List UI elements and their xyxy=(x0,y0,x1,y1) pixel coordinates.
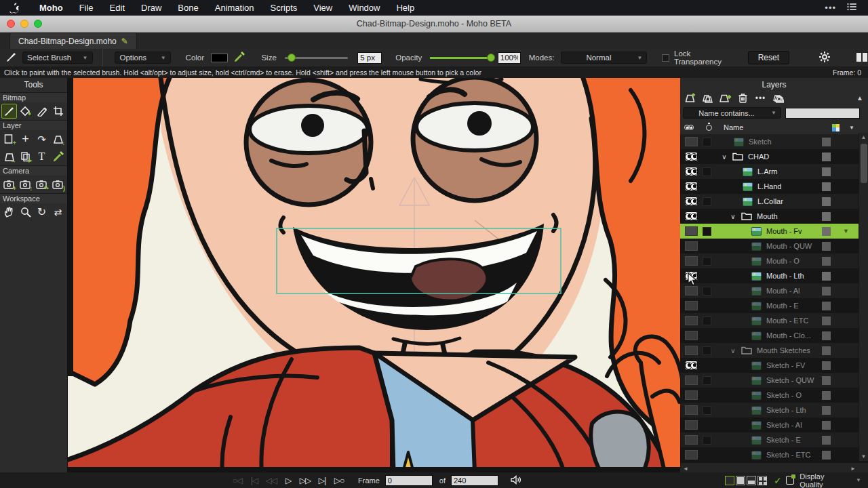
menu-file[interactable]: File xyxy=(71,3,102,13)
crop-tool[interactable] xyxy=(50,104,66,119)
scroll-up-arrow[interactable]: ▲ xyxy=(859,134,868,140)
menu-moho[interactable]: Moho xyxy=(31,3,71,13)
layer-visibility-toggle[interactable] xyxy=(685,316,698,325)
lock-transparency-checkbox[interactable] xyxy=(662,54,669,62)
layer-animation-toggle[interactable] xyxy=(703,138,711,146)
layer-color-swatch[interactable] xyxy=(822,406,831,415)
menu-bone[interactable]: Bone xyxy=(170,3,206,13)
paint-brush-tool[interactable] xyxy=(1,104,17,119)
layer-visibility-toggle[interactable] xyxy=(685,211,698,221)
layer-color-swatch[interactable] xyxy=(822,317,831,325)
layer-row-sketch-o[interactable]: Sketch - O xyxy=(680,388,868,403)
menu-scripts[interactable]: Scripts xyxy=(262,3,306,13)
duplicate-layer-tool[interactable]: ➤ xyxy=(18,149,33,164)
step-forward-button[interactable]: ▷▷ xyxy=(297,476,313,485)
reference-book-icon[interactable] xyxy=(856,52,868,64)
pan-workspace-tool[interactable] xyxy=(1,205,17,220)
layer-visibility-toggle[interactable] xyxy=(685,167,698,176)
layer-visibility-toggle[interactable] xyxy=(685,301,698,310)
layer-color-swatch[interactable] xyxy=(822,257,831,266)
layer-row-sketch-quw[interactable]: Sketch - QUW xyxy=(680,373,868,388)
layer-visibility-toggle[interactable] xyxy=(685,435,698,445)
quad-view-layout-button[interactable] xyxy=(757,476,767,485)
menu-draw[interactable]: Draw xyxy=(133,3,170,13)
window-title-bar[interactable]: Chad-Bitmap-Design.moho - Moho BETA xyxy=(0,16,868,33)
layer-stack-button[interactable] xyxy=(770,92,786,104)
layer-row-mouth-sketches[interactable]: ∨Mouth Sketches xyxy=(680,343,868,358)
layer-row-mouth[interactable]: ∨Mouth xyxy=(680,209,868,224)
layer-visibility-toggle[interactable] xyxy=(685,420,698,430)
layer-color-swatch[interactable] xyxy=(822,212,831,221)
rotate-workspace-tool[interactable]: ↻ xyxy=(34,205,50,220)
size-slider-knob[interactable] xyxy=(288,54,296,62)
delete-layer-button[interactable] xyxy=(735,92,751,104)
roll-camera-tool[interactable]: ↷ xyxy=(34,177,50,192)
layer-color-swatch[interactable] xyxy=(822,242,831,251)
layer-animation-toggle[interactable] xyxy=(703,257,711,266)
gear-icon[interactable] xyxy=(819,52,830,64)
layer-row-l-hand[interactable]: L.Hand xyxy=(680,179,868,194)
layer-color-swatch[interactable] xyxy=(822,451,831,460)
name-column-header[interactable]: Name xyxy=(724,123,743,131)
layer-color-swatch[interactable] xyxy=(822,331,831,340)
orbit-workspace-tool[interactable]: ⇄ xyxy=(50,205,66,220)
layer-visibility-toggle[interactable] xyxy=(685,241,698,251)
layer-visibility-toggle[interactable] xyxy=(685,331,698,340)
layer-visibility-toggle[interactable] xyxy=(685,450,698,460)
size-input[interactable] xyxy=(357,52,382,64)
layer-color-swatch[interactable] xyxy=(822,182,831,191)
opacity-input[interactable] xyxy=(498,52,521,64)
eyedropper-icon[interactable] xyxy=(234,52,245,64)
layer-color-swatch[interactable] xyxy=(822,227,831,236)
play-button[interactable]: ▷ xyxy=(280,476,296,485)
layers-vertical-scrollbar[interactable]: ▲ ▼ xyxy=(859,133,868,461)
scrollbar-thumb[interactable] xyxy=(861,144,867,183)
layer-visibility-toggle[interactable] xyxy=(685,361,698,370)
single-view-layout-button[interactable] xyxy=(725,476,734,485)
expand-chevron-icon[interactable]: ∨ xyxy=(725,347,741,354)
menu-edit[interactable]: Edit xyxy=(102,3,133,13)
loop-playback-button[interactable]: ▷○ xyxy=(331,476,347,485)
layer-visibility-toggle[interactable] xyxy=(685,405,698,415)
layer-color-swatch[interactable] xyxy=(822,361,831,370)
layer-row-chad[interactable]: ∨CHAD xyxy=(680,149,868,164)
search-filter-dropdown[interactable]: Name contains... ▼ xyxy=(683,107,781,119)
layer-color-swatch[interactable] xyxy=(822,436,831,445)
layer-row-mouth-o[interactable]: Mouth - O xyxy=(680,253,868,268)
paint-bucket-tool[interactable] xyxy=(18,104,33,119)
scroll-right-arrow[interactable]: ► xyxy=(850,466,856,472)
go-to-start-button[interactable]: |◁ xyxy=(246,476,262,485)
layer-row-mouth-etc[interactable]: Mouth - ETC xyxy=(680,313,868,328)
add-camera-tool[interactable]: + xyxy=(1,177,17,192)
layer-animation-toggle[interactable] xyxy=(703,376,711,385)
menu-animation[interactable]: Animation xyxy=(207,3,262,13)
layer-visibility-toggle[interactable] xyxy=(685,137,698,146)
layer-row-mouth-al[interactable]: Mouth - Al xyxy=(680,283,868,298)
layer-color-swatch[interactable] xyxy=(822,167,831,176)
menu-window[interactable]: Window xyxy=(340,3,388,13)
color-swatch[interactable] xyxy=(211,54,228,62)
animation-column-icon[interactable] xyxy=(706,125,712,131)
layer-row-mouth-fv[interactable]: Mouth - Fv▼ xyxy=(680,224,868,239)
layer-color-swatch[interactable] xyxy=(822,152,831,161)
list-icon[interactable] xyxy=(847,3,857,13)
visibility-column-icon[interactable] xyxy=(684,125,694,131)
layer-row-mouth-clo-[interactable]: Mouth - Clo... xyxy=(680,328,868,343)
layer-picker-tool[interactable] xyxy=(50,149,66,164)
opacity-slider[interactable] xyxy=(430,57,491,59)
more-layer-options-button[interactable]: ••• xyxy=(753,92,768,104)
expand-chevron-icon[interactable]: ∨ xyxy=(716,153,732,161)
step-back-button[interactable]: ◁◁ xyxy=(263,476,279,485)
new-layer-tool[interactable]: + xyxy=(1,131,17,146)
layer-animation-toggle[interactable] xyxy=(703,167,711,176)
horizontal-split-layout-button[interactable] xyxy=(747,476,756,485)
layer-row-sketch-etc[interactable]: Sketch - ETC xyxy=(680,447,868,462)
collapse-panel-icon[interactable]: ▲ xyxy=(856,94,866,102)
text-tool[interactable]: T xyxy=(34,149,50,164)
layer-row-sketch[interactable]: Sketch xyxy=(680,134,868,149)
layer-visibility-toggle[interactable] xyxy=(685,226,698,236)
layer-animation-toggle[interactable] xyxy=(703,287,711,296)
reset-button[interactable]: Reset xyxy=(748,51,789,64)
vertical-split-layout-button[interactable] xyxy=(736,476,745,485)
opacity-slider-knob[interactable] xyxy=(487,54,495,62)
